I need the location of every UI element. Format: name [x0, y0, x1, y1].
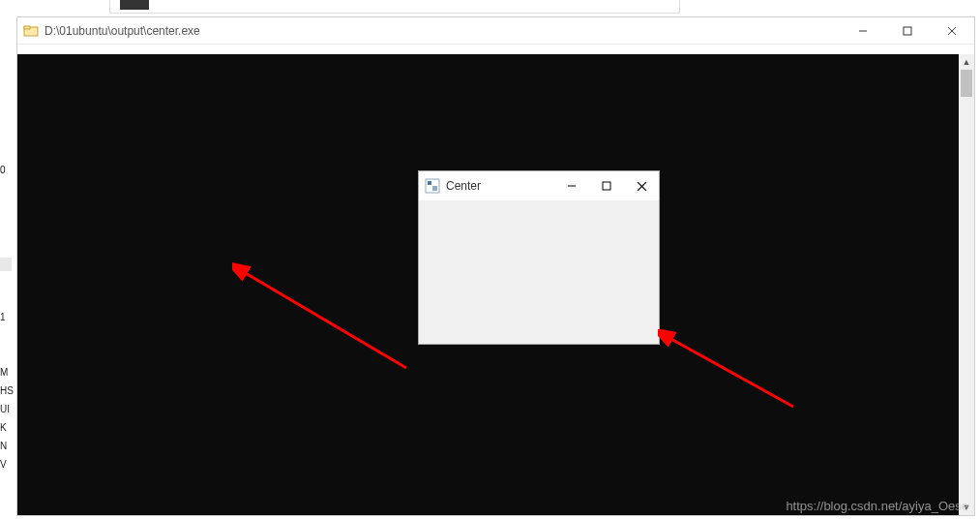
close-button[interactable] [930, 17, 974, 44]
window-controls [841, 17, 974, 44]
inner-close-button[interactable] [624, 171, 659, 200]
center-window: Center [418, 170, 660, 345]
minimize-button[interactable] [841, 17, 885, 44]
app-icon [425, 178, 440, 194]
svg-rect-7 [428, 181, 431, 185]
cropped-selection-fragment [0, 258, 12, 271]
center-client-area [419, 200, 659, 344]
inner-maximize-button[interactable] [589, 171, 624, 200]
vertical-scrollbar[interactable]: ▲ ▼ [959, 54, 974, 515]
console-titlebar[interactable]: D:\01ubuntu\output\center.exe [17, 17, 974, 45]
svg-rect-10 [603, 182, 610, 190]
svg-rect-8 [432, 186, 437, 191]
inner-window-controls [554, 171, 659, 200]
center-titlebar[interactable]: Center [419, 171, 659, 200]
cropped-window-fragment [109, 0, 680, 14]
svg-rect-1 [24, 26, 30, 29]
svg-rect-3 [904, 27, 911, 35]
center-title: Center [446, 179, 554, 193]
maximize-button[interactable] [885, 17, 930, 44]
watermark-text: https://blog.csdn.net/ayiya_Oese [786, 499, 968, 513]
folder-icon [23, 23, 39, 39]
inner-minimize-button[interactable] [554, 171, 589, 200]
scroll-up-arrow-icon[interactable]: ▲ [959, 54, 974, 70]
console-title: D:\01ubuntu\output\center.exe [45, 24, 841, 38]
scrollbar-thumb[interactable] [961, 70, 972, 97]
